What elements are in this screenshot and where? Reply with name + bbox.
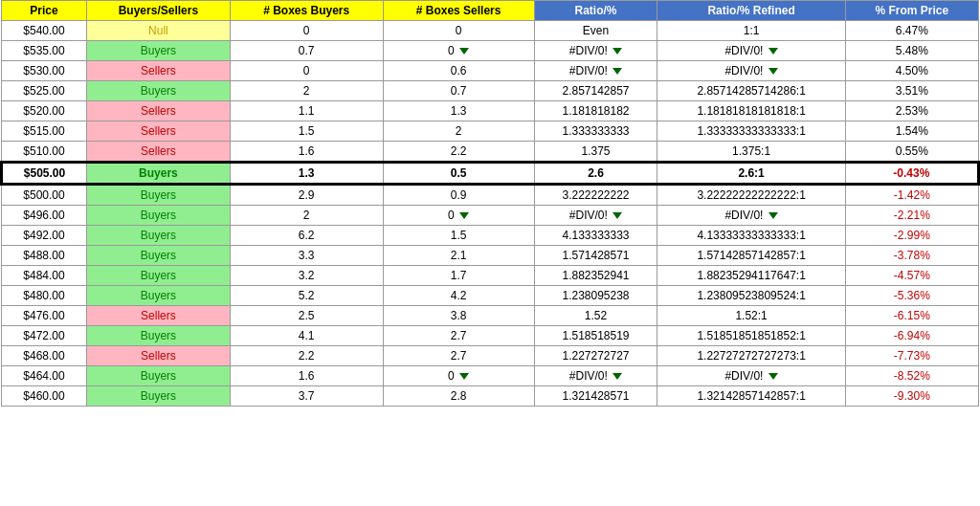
- cell-boxes-sellers: 0.9: [383, 185, 534, 206]
- cell-boxes-buyers: 5.2: [230, 286, 383, 306]
- col-header-ratio-refined: Ratio/% Refined: [657, 1, 845, 21]
- cell-from-price: 5.48%: [845, 41, 978, 61]
- cell-boxes-buyers: 4.1: [230, 326, 383, 346]
- cell-ratio-refined: 3.22222222222222:1: [657, 185, 845, 206]
- cell-price: $520.00: [2, 101, 87, 121]
- table-row: $510.00Sellers1.62.21.3751.375:10.55%: [2, 142, 979, 163]
- cell-ratio: 1.375: [534, 142, 657, 163]
- cell-ratio-refined: 4.13333333333333:1: [657, 226, 845, 246]
- cell-from-price: 4.50%: [845, 61, 978, 81]
- cell-boxes-sellers: 4.2: [383, 286, 534, 306]
- cell-buyers-sellers: Buyers: [87, 226, 231, 246]
- cell-ratio: #DIV/0!: [534, 366, 657, 386]
- cell-ratio: #DIV/0!: [534, 61, 657, 81]
- table-row: $472.00Buyers4.12.71.5185185191.51851851…: [2, 326, 979, 346]
- cell-from-price: -4.57%: [845, 266, 978, 286]
- cell-price: $476.00: [2, 306, 87, 326]
- cell-ratio: 4.133333333: [534, 226, 657, 246]
- table-row: $540.00Null00Even1:16.47%: [2, 21, 979, 41]
- cell-ratio-refined: 1.18181818181818:1: [657, 101, 845, 121]
- cell-ratio-refined: #DIV/0!: [657, 366, 845, 386]
- cell-boxes-buyers: 3.3: [230, 246, 383, 266]
- cell-price: $488.00: [2, 246, 87, 266]
- table-row: $480.00Buyers5.24.21.2380952381.23809523…: [2, 286, 979, 306]
- cell-ratio: 3.222222222: [534, 185, 657, 206]
- cell-boxes-sellers: 0.5: [383, 163, 534, 185]
- table-row: $492.00Buyers6.21.54.1333333334.13333333…: [2, 226, 979, 246]
- cell-boxes-sellers: 2.1: [383, 246, 534, 266]
- cell-ratio-refined: 1.22727272727273:1: [657, 346, 845, 366]
- cell-from-price: -6.15%: [845, 306, 978, 326]
- cell-ratio-refined: 1.52:1: [657, 306, 845, 326]
- table-row: $484.00Buyers3.21.71.8823529411.88235294…: [2, 266, 979, 286]
- cell-boxes-buyers: 2: [230, 206, 383, 226]
- cell-ratio-refined: 1.57142857142857:1: [657, 246, 845, 266]
- cell-ratio: 2.857142857: [534, 81, 657, 101]
- triangle-icon: [612, 212, 622, 219]
- table-row: $476.00Sellers2.53.81.521.52:1-6.15%: [2, 306, 979, 326]
- cell-boxes-buyers: 0: [230, 21, 383, 41]
- cell-boxes-buyers: 1.5: [230, 121, 383, 142]
- table-row: $515.00Sellers1.521.3333333331.333333333…: [2, 121, 979, 142]
- cell-boxes-sellers: 0: [383, 41, 534, 61]
- cell-ratio-refined: #DIV/0!: [657, 61, 845, 81]
- cell-boxes-sellers: 0: [383, 206, 534, 226]
- cell-from-price: -9.30%: [845, 386, 978, 407]
- triangle-icon: [459, 212, 469, 219]
- cell-ratio: 1.518518519: [534, 326, 657, 346]
- triangle-icon: [768, 68, 778, 75]
- cell-ratio-refined: 1.51851851851852:1: [657, 326, 845, 346]
- cell-price: $464.00: [2, 366, 87, 386]
- cell-from-price: 2.53%: [845, 101, 978, 121]
- triangle-icon: [612, 373, 622, 380]
- table-row: $505.00Buyers1.30.52.62.6:1-0.43%: [2, 163, 979, 185]
- table-row: $525.00Buyers20.72.8571428572.8571428571…: [2, 81, 979, 101]
- triangle-icon: [612, 48, 622, 55]
- triangle-icon: [768, 48, 778, 55]
- cell-price: $496.00: [2, 206, 87, 226]
- cell-buyers-sellers: Buyers: [87, 206, 231, 226]
- cell-price: $472.00: [2, 326, 87, 346]
- cell-boxes-buyers: 1.1: [230, 101, 383, 121]
- cell-boxes-buyers: 1.6: [230, 142, 383, 163]
- cell-buyers-sellers: Buyers: [87, 326, 231, 346]
- cell-price: $535.00: [2, 41, 87, 61]
- cell-buyers-sellers: Buyers: [87, 185, 231, 206]
- cell-boxes-buyers: 3.7: [230, 386, 383, 407]
- triangle-icon: [768, 212, 778, 219]
- cell-price: $510.00: [2, 142, 87, 163]
- cell-buyers-sellers: Buyers: [87, 386, 231, 407]
- cell-buyers-sellers: Null: [87, 21, 231, 41]
- cell-price: $515.00: [2, 121, 87, 142]
- cell-boxes-buyers: 2: [230, 81, 383, 101]
- cell-buyers-sellers: Sellers: [87, 306, 231, 326]
- cell-buyers-sellers: Buyers: [87, 266, 231, 286]
- cell-ratio-refined: #DIV/0!: [657, 206, 845, 226]
- cell-price: $492.00: [2, 226, 87, 246]
- cell-boxes-buyers: 0: [230, 61, 383, 81]
- cell-boxes-sellers: 1.5: [383, 226, 534, 246]
- cell-ratio: #DIV/0!: [534, 206, 657, 226]
- cell-boxes-buyers: 3.2: [230, 266, 383, 286]
- cell-ratio: 1.333333333: [534, 121, 657, 142]
- cell-ratio-refined: 1.23809523809524:1: [657, 286, 845, 306]
- table-row: $464.00Buyers1.60 #DIV/0! #DIV/0! -8.52%: [2, 366, 979, 386]
- cell-ratio-refined: 1:1: [657, 21, 845, 41]
- cell-buyers-sellers: Sellers: [87, 121, 231, 142]
- cell-from-price: -8.52%: [845, 366, 978, 386]
- cell-from-price: -5.36%: [845, 286, 978, 306]
- cell-buyers-sellers: Buyers: [87, 41, 231, 61]
- cell-from-price: -6.94%: [845, 326, 978, 346]
- cell-boxes-sellers: 2.7: [383, 346, 534, 366]
- col-header-buyers-sellers: Buyers/Sellers: [87, 1, 231, 21]
- cell-ratio-refined: 1.33333333333333:1: [657, 121, 845, 142]
- cell-price: $530.00: [2, 61, 87, 81]
- cell-boxes-sellers: 2.2: [383, 142, 534, 163]
- cell-boxes-sellers: 1.3: [383, 101, 534, 121]
- main-table: Price Buyers/Sellers # Boxes Buyers # Bo…: [0, 0, 980, 407]
- cell-price: $468.00: [2, 346, 87, 366]
- cell-boxes-buyers: 6.2: [230, 226, 383, 246]
- cell-ratio-refined: 1.88235294117647:1: [657, 266, 845, 286]
- cell-ratio: 1.52: [534, 306, 657, 326]
- cell-price: $484.00: [2, 266, 87, 286]
